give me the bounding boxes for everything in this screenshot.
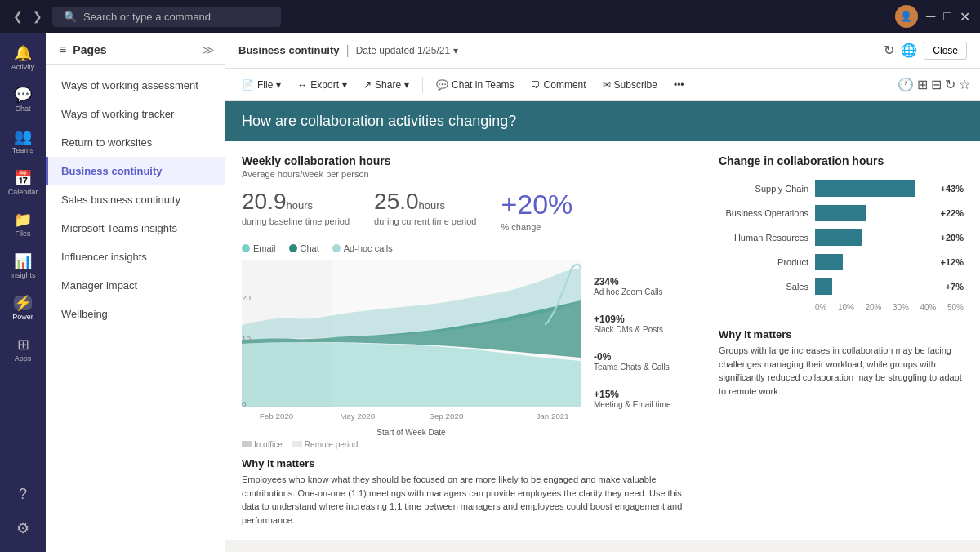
chart-legend-bottom: In office Remote period <box>242 440 685 449</box>
hamburger-icon[interactable]: ≡ <box>59 42 66 57</box>
teams-insights-label: Microsoft Teams insights <box>61 222 177 234</box>
bar-label-sales: Sales <box>719 282 808 292</box>
adhoc-zoom-name: Ad hoc Zoom Calls <box>594 287 685 296</box>
label-adhoc-zoom: 234% Ad hoc Zoom Calls <box>594 276 685 296</box>
share-icon: ↗ <box>363 79 372 91</box>
chevron-down-icon[interactable]: ▾ <box>453 45 458 56</box>
file-button[interactable]: 📄 File ▾ <box>235 76 287 94</box>
sidebar-item-files[interactable]: 📁 Files <box>3 206 42 244</box>
share-button[interactable]: ↗ Share ▾ <box>357 76 416 94</box>
maximize-icon[interactable]: □ <box>943 9 951 24</box>
slack-pct: +109% <box>594 314 685 325</box>
close-button[interactable]: Close <box>924 42 967 60</box>
sidebar-item-settings[interactable]: ⚙ <box>3 514 42 542</box>
bar-label-supply: Supply Chain <box>719 184 808 194</box>
title-bar: ❮ ❯ 🔍 Search or type a command 👤 ─ □ ✕ <box>0 0 980 33</box>
toolbar-fullscreen-icon[interactable]: ⊟ <box>931 77 942 92</box>
calendar-icon: 📅 <box>14 171 32 185</box>
metric-change: +20% % change <box>501 189 572 232</box>
sidebar-item-wellbeing[interactable]: Wellbeing <box>46 300 225 328</box>
toolbar-clock-icon: 🕐 <box>898 77 914 92</box>
comment-button[interactable]: 🗨 Comment <box>524 76 593 94</box>
sidebar-item-business[interactable]: Business continuity <box>46 157 225 185</box>
remote-box <box>292 441 302 447</box>
nav-forward[interactable]: ❯ <box>29 8 46 24</box>
why-text-right: Groups with large increases in collabora… <box>719 344 964 398</box>
report-header: How are collaboration activities changin… <box>225 101 980 141</box>
axis-0: 0% <box>815 303 826 312</box>
left-nav: 🔔 Activity 💬 Chat 👥 Teams 📅 Calendar 📁 F… <box>0 33 46 552</box>
right-section-title: Change in collaboration hours <box>719 154 964 167</box>
separator: | <box>346 43 350 58</box>
sidebar-item-ways-tracker[interactable]: Ways of working tracker <box>46 100 225 128</box>
why-section-right: Why it matters Groups with large increas… <box>719 328 964 398</box>
toolbar-bookmark-icon[interactable]: ☆ <box>959 77 970 92</box>
chart-svg-container: Feb 2020 May 2020 Sep 2020 Jan 2021 0 10… <box>242 260 581 437</box>
sidebar-item-help[interactable]: ? <box>3 480 42 508</box>
minimize-icon[interactable]: ─ <box>926 9 935 24</box>
chart-wrapper: Feb 2020 May 2020 Sep 2020 Jan 2021 0 10… <box>242 260 685 437</box>
section-sub: Average hours/week per person <box>242 169 685 179</box>
avatar[interactable]: 👤 <box>895 5 918 28</box>
metric-baseline-label: during baseline time period <box>242 216 350 226</box>
toolbar-view-icon[interactable]: ⊞ <box>917 77 928 92</box>
search-bar[interactable]: 🔍 Search or type a command <box>52 7 281 27</box>
sidebar-item-manager[interactable]: Manager impact <box>46 271 225 300</box>
sidebar-item-activity[interactable]: 🔔 Activity <box>3 39 42 78</box>
sidebar-item-apps[interactable]: ⊞ Apps <box>3 331 42 369</box>
sidebar-item-sales[interactable]: Sales business continuity <box>46 185 225 214</box>
bar-axis: 0% 10% 20% 30% 40% 50% <box>815 303 964 312</box>
sales-label: Sales business continuity <box>61 194 180 206</box>
chat-teams-button[interactable]: 💬 Chat in Teams <box>430 76 520 94</box>
metric-change-label: % change <box>501 222 572 232</box>
globe-icon[interactable]: 🌐 <box>901 42 917 58</box>
bar-pct-product: +12% <box>941 257 964 267</box>
influencer-label: Influencer insights <box>61 251 147 263</box>
sidebar-item-return[interactable]: Return to worksites <box>46 128 225 157</box>
sidebar-nav: Ways of working assessment Ways of worki… <box>46 65 225 552</box>
nav-back[interactable]: ❮ <box>10 8 26 24</box>
toolbar-separator <box>422 77 423 93</box>
sidebar: ≡ Pages ≫ Ways of working assessment Way… <box>46 33 225 552</box>
export-button[interactable]: ↔ Export ▾ <box>291 76 354 94</box>
top-bar: Business continuity | Date updated 1/25/… <box>225 33 980 69</box>
teams-icon: 👥 <box>14 129 32 144</box>
slack-name: Slack DMs & Posts <box>594 325 685 334</box>
business-label: Business continuity <box>61 165 163 177</box>
svg-text:Feb 2020: Feb 2020 <box>260 412 293 421</box>
sidebar-item-power[interactable]: ⚡ Power <box>3 289 42 327</box>
metric-current-value: 25.0hours <box>374 189 476 215</box>
why-title-left: Why it matters <box>242 457 685 470</box>
help-icon: ? <box>19 487 27 501</box>
chart-right-labels: 234% Ad hoc Zoom Calls +109% Slack DMs &… <box>587 260 685 437</box>
metrics-row: 20.9hours during baseline time period 25… <box>242 189 685 232</box>
svg-text:0: 0 <box>242 399 246 408</box>
report-content: How are collaboration activities changin… <box>225 101 980 552</box>
report-body: Weekly collaboration hours Average hours… <box>225 141 980 540</box>
collapse-button[interactable]: ≫ <box>203 43 215 56</box>
toolbar-refresh-icon[interactable]: ↻ <box>945 77 956 92</box>
settings-icon: ⚙ <box>16 521 29 536</box>
refresh-icon[interactable]: ↻ <box>884 42 894 58</box>
sidebar-item-calendar[interactable]: 📅 Calendar <box>3 164 42 203</box>
bar-fill-hr <box>815 229 862 246</box>
sidebar-item-teams-insights[interactable]: Microsoft Teams insights <box>46 214 225 243</box>
toolbar: 📄 File ▾ ↔ Export ▾ ↗ Share ▾ 💬 Chat in … <box>225 69 980 101</box>
sidebar-item-ways-assessment[interactable]: Ways of working assessment <box>46 71 225 100</box>
sidebar-item-chat[interactable]: 💬 Chat <box>3 81 42 119</box>
close-icon[interactable]: ✕ <box>960 9 970 24</box>
date-updated: Date updated 1/25/21 ▾ <box>356 45 458 56</box>
insights-label: Insights <box>10 271 35 279</box>
bar-pct-hr: +20% <box>941 233 964 243</box>
more-button[interactable]: ••• <box>667 76 691 94</box>
ways-assessment-label: Ways of working assessment <box>61 79 198 91</box>
axis-40: 40% <box>920 303 936 312</box>
subscribe-button[interactable]: ✉ Subscribe <box>596 76 664 94</box>
x-axis-label: Start of Week Date <box>242 428 581 437</box>
axis-50: 50% <box>947 303 964 312</box>
sidebar-item-insights[interactable]: 📊 Insights <box>3 247 42 286</box>
metric-baseline: 20.9hours during baseline time period <box>242 189 350 232</box>
axis-10: 10% <box>838 303 854 312</box>
sidebar-item-influencer[interactable]: Influencer insights <box>46 243 225 271</box>
sidebar-item-teams[interactable]: 👥 Teams <box>3 122 42 161</box>
